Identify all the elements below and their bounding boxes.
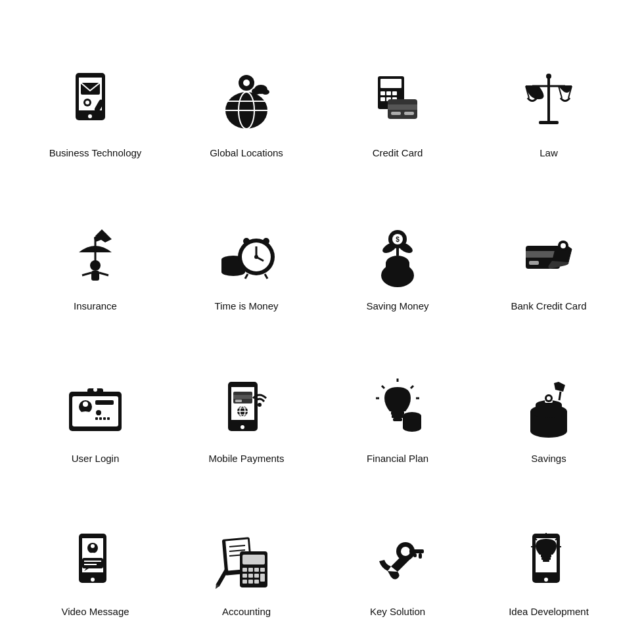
svg-point-154: [544, 578, 548, 582]
law-icon: [513, 66, 585, 139]
accounting-label: Accounting: [222, 605, 271, 618]
svg-line-57: [265, 274, 267, 279]
svg-point-14: [252, 88, 261, 95]
svg-rect-76: [95, 400, 114, 405]
svg-rect-124: [82, 558, 103, 568]
icon-item-law: Law: [480, 20, 618, 166]
icon-item-saving-money: $ Saving Money: [329, 173, 467, 319]
svg-point-118: [547, 396, 551, 400]
user-login-label: User Login: [72, 452, 120, 465]
svg-point-121: [91, 578, 95, 582]
svg-rect-134: [242, 568, 247, 572]
svg-rect-141: [260, 574, 265, 582]
svg-point-123: [91, 544, 95, 548]
saving-money-icon: $: [361, 219, 434, 292]
svg-rect-25: [388, 104, 417, 110]
svg-point-75: [83, 402, 88, 407]
svg-rect-143: [248, 580, 253, 584]
svg-line-101: [382, 386, 384, 388]
svg-rect-145: [216, 568, 229, 587]
insurance-icon: [59, 219, 131, 292]
svg-rect-90: [235, 400, 242, 402]
svg-point-109: [403, 412, 421, 420]
svg-rect-139: [248, 574, 253, 578]
svg-rect-137: [260, 568, 265, 572]
svg-rect-17: [380, 79, 402, 88]
svg-rect-97: [391, 411, 404, 415]
bank-credit-card-icon: [513, 219, 585, 292]
key-solution-icon: [361, 525, 434, 597]
icon-item-business-technology: Business Technology: [26, 20, 164, 166]
svg-rect-149: [409, 549, 424, 553]
svg-line-102: [411, 386, 413, 388]
svg-rect-82: [107, 417, 110, 420]
law-label: Law: [540, 147, 558, 160]
icon-item-insurance: Insurance: [26, 173, 164, 319]
svg-line-116: [559, 392, 561, 400]
icon-item-idea-development: Idea Development: [480, 478, 618, 625]
savings-icon: [513, 372, 585, 444]
svg-rect-78: [97, 411, 100, 415]
financial-plan-label: Financial Plan: [367, 452, 428, 465]
svg-line-56: [245, 274, 248, 279]
svg-point-71: [561, 243, 566, 248]
svg-point-55: [263, 238, 269, 244]
svg-rect-20: [392, 91, 397, 95]
idea-development-icon: [513, 525, 585, 597]
svg-point-96: [258, 403, 262, 407]
svg-point-2: [88, 114, 92, 118]
video-message-label: Video Message: [61, 605, 129, 618]
svg-rect-81: [103, 417, 106, 420]
icon-item-key-solution: Key Solution: [329, 478, 467, 625]
credit-card-icon: [361, 66, 434, 139]
icon-item-time-is-money: Time is Money: [177, 173, 315, 319]
svg-point-148: [401, 547, 410, 556]
svg-rect-60: [386, 264, 409, 275]
mobile-payments-label: Mobile Payments: [208, 452, 284, 465]
svg-rect-18: [380, 91, 385, 95]
svg-rect-138: [242, 574, 247, 578]
svg-line-40: [82, 273, 91, 275]
svg-rect-144: [254, 580, 259, 584]
business-technology-label: Business Technology: [49, 147, 142, 160]
bank-credit-card-label: Bank Credit Card: [511, 300, 586, 313]
svg-rect-27: [404, 112, 414, 115]
svg-point-12: [243, 80, 250, 86]
svg-point-53: [254, 255, 258, 259]
icon-item-user-login: User Login: [26, 325, 164, 472]
svg-point-6: [85, 101, 89, 104]
global-locations-label: Global Locations: [210, 147, 283, 160]
video-message-icon: [59, 525, 131, 597]
mobile-payments-icon: [210, 372, 283, 444]
svg-rect-136: [254, 568, 259, 572]
icon-item-mobile-payments: Mobile Payments: [177, 325, 315, 472]
svg-rect-26: [391, 112, 401, 115]
svg-rect-135: [248, 568, 253, 572]
key-solution-label: Key Solution: [370, 605, 425, 618]
icon-item-accounting: Accounting: [177, 478, 315, 625]
svg-rect-140: [254, 574, 259, 578]
icon-item-credit-card: Credit Card: [329, 20, 467, 166]
user-login-icon: [59, 372, 131, 444]
credit-card-label: Credit Card: [373, 147, 423, 160]
time-is-money-label: Time is Money: [215, 300, 279, 313]
idea-development-label: Idea Development: [509, 605, 589, 618]
svg-rect-19: [386, 91, 391, 95]
svg-rect-156: [541, 557, 551, 560]
icon-item-bank-credit-card: Bank Credit Card: [480, 173, 618, 319]
savings-label: Savings: [531, 452, 566, 465]
svg-rect-151: [413, 553, 417, 557]
icon-item-video-message: Video Message: [26, 478, 164, 625]
svg-rect-80: [99, 417, 102, 420]
svg-rect-155: [541, 555, 551, 557]
svg-point-15: [262, 89, 269, 95]
svg-rect-150: [419, 553, 422, 559]
svg-rect-114: [536, 405, 562, 411]
icon-item-global-locations: Global Locations: [177, 20, 315, 166]
svg-rect-39: [91, 271, 99, 281]
svg-text:$: $: [396, 236, 400, 243]
svg-rect-69: [529, 261, 539, 265]
svg-rect-98: [392, 415, 403, 418]
svg-rect-31: [539, 121, 559, 124]
accounting-icon: [210, 525, 283, 597]
